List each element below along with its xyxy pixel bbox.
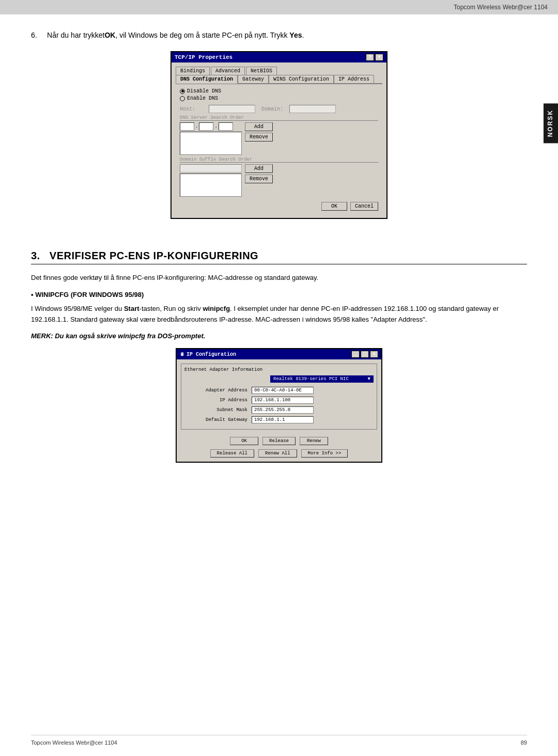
- domain-suffix-list[interactable]: [180, 174, 242, 197]
- ip-release-button[interactable]: Release: [262, 437, 296, 445]
- footer-brand: Topcom Wireless Webr@cer 1104: [31, 739, 117, 746]
- radio-disable-label: Disable DNS: [187, 88, 221, 94]
- ip-maximize-button[interactable]: □: [361, 351, 369, 358]
- dns-remove-button[interactable]: Remove: [245, 133, 273, 141]
- main-content: 6. Når du har trykketOK, vil Windows be …: [0, 14, 558, 483]
- dns-radio-group: Disable DNS Enable DNS: [176, 86, 382, 105]
- radio-enable-dns[interactable]: Enable DNS: [180, 96, 378, 101]
- step6-text: 6. Når du har trykketOK, vil Windows be …: [31, 30, 527, 41]
- tcp-footer-buttons: OK Cancel: [176, 199, 382, 214]
- domain-search-label: Domain Suffix Search Order: [180, 157, 378, 163]
- dns-server-buttons: Add Remove: [245, 122, 273, 141]
- dns-ip-1[interactable]: [180, 122, 194, 131]
- dns-ip-2[interactable]: [199, 122, 213, 131]
- dns-search-label: DNS Server Search Order: [180, 115, 378, 121]
- domain-suffix-input[interactable]: [180, 164, 242, 172]
- section3-heading: 3. VERIFISER PC-ENS IP-KONFIGURERING: [31, 250, 527, 262]
- ip-titlebar-icon: 🖥: [180, 352, 184, 357]
- ip-ok-button[interactable]: OK: [230, 437, 258, 445]
- footer-page: 89: [521, 739, 527, 746]
- ip-adapter-address-value: 00-C0-4C-A0-14-0E: [252, 387, 314, 394]
- ip-config-wrapper: 🖥 IP Configuration _ □ × Ethernet Adapte…: [31, 348, 527, 463]
- ip-close-button[interactable]: ×: [370, 351, 378, 358]
- domain-remove-button[interactable]: Remove: [245, 175, 273, 183]
- section3-number: 3.: [31, 250, 40, 261]
- ip-adapter-address-row: Adapter Address 00-C0-4C-A0-14-0E: [184, 387, 374, 394]
- ip-config-dialog: 🖥 IP Configuration _ □ × Ethernet Adapte…: [176, 348, 382, 463]
- tab-ip-address[interactable]: IP Address: [334, 75, 374, 83]
- ip-subnet-label: Subnet Mask: [184, 407, 252, 413]
- ip-group-label: Ethernet Adapter Information: [184, 367, 374, 372]
- ip-subnet-value: 255.255.255.0: [252, 406, 314, 414]
- tab-gateway[interactable]: Gateway: [238, 75, 269, 83]
- merk-note: MERK: Du kan også skrive winipcfg fra DO…: [31, 332, 527, 340]
- tab-dns-configuration[interactable]: DNS Configuration: [176, 75, 238, 84]
- tcp-content: Bindings Advanced NetBIOS DNS Configurat…: [172, 62, 386, 218]
- tcp-ok-button[interactable]: OK: [321, 202, 347, 211]
- ip-adapter-address-label: Adapter Address: [184, 388, 252, 393]
- ip-more-info-button[interactable]: More Info >>: [301, 449, 348, 458]
- dns-server-list[interactable]: [180, 132, 242, 155]
- ip-footer-row2: Release All Renew All More Info >>: [177, 449, 381, 462]
- domain-search-group: Domain Suffix Search Order Add Remove: [180, 157, 378, 197]
- dns-add-button[interactable]: Add: [245, 122, 273, 131]
- sidebar-norsk-tab: NORSK: [544, 103, 558, 143]
- section3-rule: [31, 264, 527, 264]
- host-label: Host:: [180, 106, 206, 112]
- ip-adapter-dropdown[interactable]: Realtek 8139-series PCI NIC ▼: [270, 375, 374, 383]
- close-button[interactable]: ×: [375, 54, 383, 61]
- dns-ip-inputs: . .: [180, 122, 242, 131]
- ip-titlebar-controls[interactable]: _ □ ×: [351, 351, 378, 358]
- ip-fields-table: Adapter Address 00-C0-4C-A0-14-0E IP Add…: [184, 387, 374, 423]
- page-footer: Topcom Wireless Webr@cer 1104 89: [31, 735, 527, 746]
- ip-renew-button[interactable]: Renew: [300, 437, 328, 445]
- ip-title-left: 🖥 IP Configuration: [180, 352, 236, 357]
- ip-subnet-row: Subnet Mask 255.255.255.0: [184, 406, 374, 414]
- section3-heading-wrapper: 3. VERIFISER PC-ENS IP-KONFIGURERING: [31, 250, 527, 264]
- winipcfg-body: I Windows 95/98/ME velger du Start-taste…: [31, 304, 527, 325]
- header-brand: Topcom Wireless Webr@cer 1104: [454, 4, 548, 11]
- top-header: Topcom Wireless Webr@cer 1104: [0, 0, 558, 14]
- ip-renew-all-button[interactable]: Renew All: [258, 449, 297, 458]
- ip-address-row: IP Address 192.168.1.100: [184, 397, 374, 404]
- radio-disable-dns[interactable]: Disable DNS: [180, 88, 378, 94]
- ip-gateway-row: Default Gateway 192.168.1.1: [184, 416, 374, 423]
- ip-adapter-value: Realtek 8139-series PCI NIC: [273, 376, 349, 382]
- ip-gateway-value: 192.168.1.1: [252, 416, 314, 423]
- ip-title-text: IP Configuration: [187, 352, 236, 357]
- tcp-cancel-button[interactable]: Cancel: [350, 202, 378, 211]
- ip-release-all-button[interactable]: Release All: [210, 449, 254, 458]
- domain-input: [289, 105, 336, 113]
- ip-dropdown-row: Realtek 8139-series PCI NIC ▼: [184, 375, 374, 383]
- ip-footer-row1: OK Release Renew: [177, 434, 381, 449]
- ip-address-value: 192.168.1.100: [252, 397, 314, 404]
- help-button[interactable]: ?: [366, 54, 374, 61]
- tab-netbios[interactable]: NetBIOS: [246, 67, 277, 75]
- radio-enable-label: Enable DNS: [187, 96, 218, 101]
- host-input: [209, 105, 255, 113]
- domain-add-button[interactable]: Add: [245, 164, 273, 173]
- tcp-titlebar: TCP/IP Properties ? ×: [172, 52, 386, 62]
- ip-group-box: Ethernet Adapter Information Realtek 813…: [181, 364, 377, 430]
- tcp-controls[interactable]: ? ×: [366, 54, 383, 61]
- tab-advanced[interactable]: Advanced: [211, 67, 245, 75]
- tcp-title: TCP/IP Properties: [175, 54, 233, 60]
- ip-gateway-label: Default Gateway: [184, 417, 252, 422]
- domain-suffix-buttons: Add Remove: [245, 164, 273, 183]
- tab-wins-configuration[interactable]: WINS Configuration: [269, 75, 334, 83]
- tab-bindings[interactable]: Bindings: [176, 67, 210, 75]
- section3-title: VERIFISER PC-ENS IP-KONFIGURERING: [50, 250, 258, 261]
- ip-minimize-button[interactable]: _: [351, 351, 360, 358]
- ip-address-label: IP Address: [184, 398, 252, 403]
- domain-label: Domain:: [261, 106, 283, 112]
- radio-enable-circle: [180, 96, 185, 101]
- section3-body: Det finnes gode verktøy til å finne PC-e…: [31, 273, 527, 284]
- host-domain-row: Host: Domain:: [176, 105, 382, 113]
- winipcfg-heading: • WINIPCFG (FOR WINDOWS 95/98): [31, 291, 527, 298]
- dns-search-group: DNS Server Search Order . .: [180, 115, 378, 155]
- radio-disable-circle: [180, 89, 185, 94]
- ip-titlebar: 🖥 IP Configuration _ □ ×: [177, 349, 381, 359]
- ip-dropdown-arrow: ▼: [368, 376, 370, 382]
- dns-ip-3[interactable]: [219, 122, 233, 131]
- tcp-ip-dialog: TCP/IP Properties ? × Bindings Advanced …: [171, 51, 388, 219]
